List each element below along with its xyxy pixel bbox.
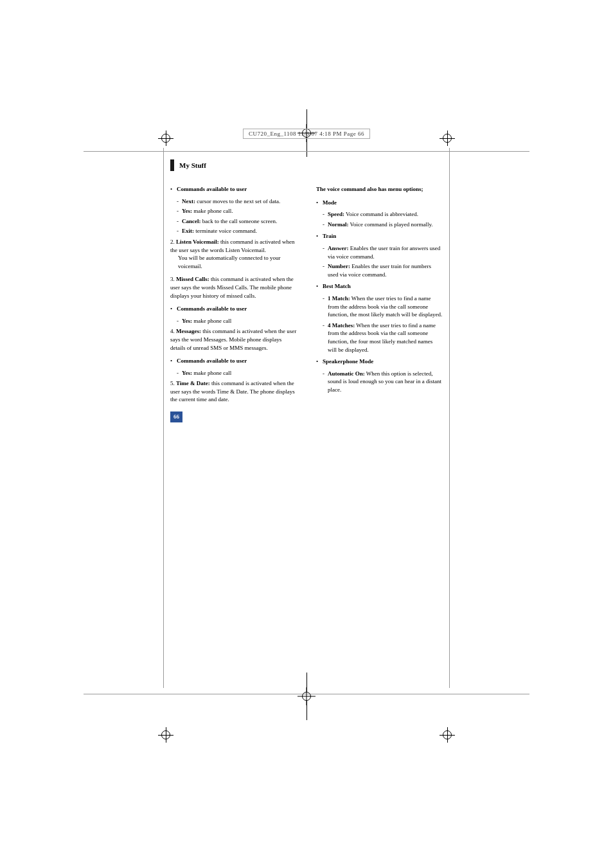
commands-available-bullet: Commands available to user [170,185,297,194]
yes-label-1: Yes: [182,208,192,214]
yes-item-3: Yes: make phone call [177,317,297,325]
reg-bottom-left [161,730,170,739]
best-match-sub-section: 1 Match: When the user tries to find a n… [323,294,443,354]
speed-text: Voice command is abbreviated. [344,211,418,217]
mode-sub-section: Speed: Voice command is abbreviated. Nor… [323,210,443,228]
normal-item: Normal: Voice command is played normally… [323,221,443,229]
speakerphone-mode-bullet: Speakerphone Mode [316,357,443,366]
file-info-text: CU720_Eng_1108 11/8/07 4:18 PM Page 66 [249,131,364,137]
yes-item-1: Yes: make phone call. [177,207,297,215]
left-column: Commands available to user Next: cursor … [170,185,297,422]
reg-bottom-center [302,673,311,720]
section-title: My Stuff [179,161,206,169]
train-label: Train [323,233,336,239]
next-item: Next: cursor moves to the next set of da… [177,197,297,206]
item-5: 5. Time & Date: this command is activate… [170,379,297,404]
yes-label-4: Yes: [182,370,192,376]
best-match-bullet: Best Match [316,282,443,291]
commands-sub-section-3: Yes: make phone call [177,317,297,325]
commands-sub-section-4: Yes: make phone call [177,369,297,377]
item-3-title: Missed Calls: [176,276,209,282]
side-line-left [163,148,164,688]
item-4: 4. Messages: this command is activated w… [170,327,297,352]
yes-label-3: Yes: [182,318,192,324]
cancel-item: Cancel: back to the call someone screen. [177,217,297,226]
item-4-title: Messages: [176,328,201,334]
speakerphone-mode-label: Speakerphone Mode [323,358,373,365]
mode-label: Mode [323,199,337,206]
item-2: 2. Listen Voicemail: this command is act… [170,238,297,270]
normal-text: Voice command is played normally. [349,221,433,228]
answer-label: Answer: [328,245,349,251]
commands-available-label: Commands available to user [177,186,247,192]
one-match-label: 1 Match: [328,295,350,302]
exit-label: Exit: [182,228,194,234]
speed-label: Speed: [328,211,344,217]
normal-label: Normal: [328,221,349,228]
next-label: Next: [182,198,195,204]
next-text: cursor moves to the next set of data. [195,198,280,204]
item-4-number: 4. [170,328,176,334]
h-line-top [84,151,529,152]
side-line-right [449,148,450,688]
commands-available-bullet-3: Commands available to user [170,305,297,313]
answer-item: Answer: Enables the user train for answe… [323,244,443,260]
yes-text-4: make phone call [192,370,231,376]
item-2-number: 2. [170,239,176,245]
commands-available-bullet-4: Commands available to user [170,357,297,365]
reg-bottom-right [443,730,452,739]
exit-item: Exit: terminate voice command. [177,227,297,235]
commands-available-label-4: Commands available to user [177,357,247,364]
speakerphone-sub-section: Automatic On: When this option is select… [323,370,443,394]
reg-top-right [443,134,452,143]
section-accent-bar [170,159,174,171]
mode-bullet: Mode [316,199,443,207]
item-3: 3. Missed Calls: this command is activat… [170,275,297,300]
automatic-on-label: Automatic On: [328,370,365,377]
item-3-number: 3. [170,276,176,282]
one-match-item: 1 Match: When the user tries to find a n… [323,294,443,319]
yes-text-1: make phone call. [192,208,233,214]
train-sub-section: Answer: Enables the user train for answe… [323,244,443,278]
content-area: My Stuff Commands available to user Next… [170,159,443,682]
section-header: My Stuff [170,159,443,174]
item-2-title-line: 2. Listen Voicemail: this command is act… [170,238,297,254]
item-5-title: Time & Date: [176,380,210,386]
automatic-on-item: Automatic On: When this option is select… [323,370,443,394]
item-2-extra: You will be automatically connected to y… [170,254,297,270]
exit-text: terminate voice command. [194,228,257,234]
number-label: Number: [328,263,350,269]
page-number: 66 [170,411,182,422]
cancel-label: Cancel: [182,218,201,224]
number-item: Number: Enables the user train for numbe… [323,262,443,278]
four-matches-label: 4 Matches: [328,322,355,329]
header-file-info: CU720_Eng_1108 11/8/07 4:18 PM Page 66 [243,129,370,139]
four-matches-item: 4 Matches: When the user tries to find a… [323,321,443,354]
speed-item: Speed: Voice command is abbreviated. [323,210,443,219]
item-2-title: Listen Voicemail: [176,239,219,245]
cancel-text: back to the call someone screen. [201,218,278,224]
page-container: CU720_Eng_1108 11/8/07 4:18 PM Page 66 M… [0,0,613,868]
yes-item-4: Yes: make phone call [177,369,297,377]
yes-text-3: make phone call [192,318,231,324]
header-bar: CU720_Eng_1108 11/8/07 4:18 PM Page 66 [0,129,613,139]
best-match-label: Best Match [323,283,351,289]
train-bullet: Train [316,232,443,240]
commands-available-label-3: Commands available to user [177,305,247,312]
page-number-box: 66 [170,411,297,422]
item-5-number: 5. [170,380,176,386]
right-column: The voice command also has menu options;… [316,185,443,422]
right-intro: The voice command also has menu options; [316,185,443,194]
two-column-layout: Commands available to user Next: cursor … [170,185,443,422]
commands-sub-section-1: Next: cursor moves to the next set of da… [177,197,297,235]
reg-top-left [161,134,170,143]
